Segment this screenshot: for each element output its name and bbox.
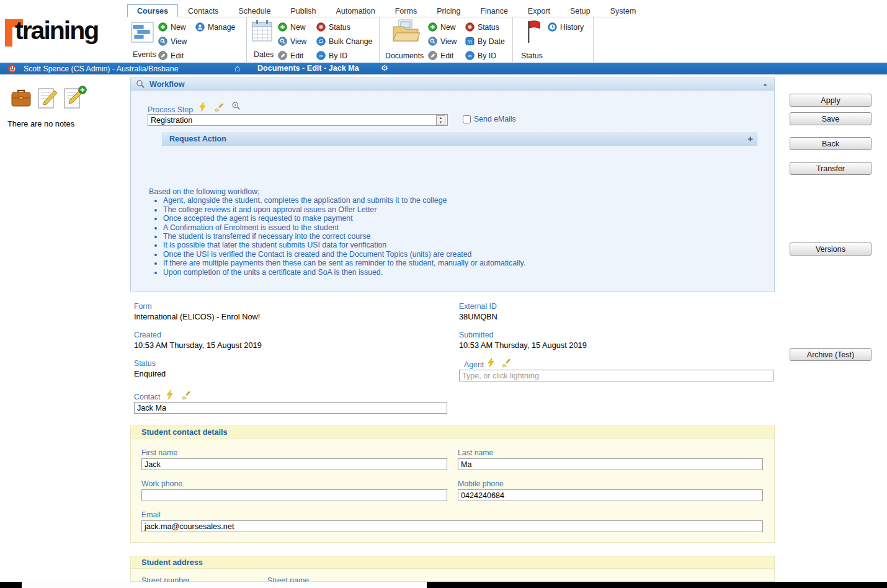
archive-test-button[interactable]: Archive (Test) xyxy=(790,348,871,361)
last-name-input[interactable] xyxy=(458,458,763,470)
magnifier-plus-icon[interactable] xyxy=(231,101,241,111)
apply-button[interactable]: Apply xyxy=(790,94,871,107)
tab-courses[interactable]: Courses xyxy=(127,4,178,17)
dates-status-button[interactable]: Status xyxy=(316,22,350,32)
external-id-value: 38UMQBN xyxy=(459,312,497,321)
tab-publish[interactable]: Publish xyxy=(281,4,326,17)
note-edit-icon[interactable] xyxy=(37,86,58,110)
tab-pricing[interactable]: Pricing xyxy=(427,4,470,17)
main-tabstrip: Courses Contacts Schedule Publish Automa… xyxy=(127,4,646,17)
svg-text:∞: ∞ xyxy=(319,53,323,59)
events-new-button[interactable]: New xyxy=(158,22,186,32)
id-icon: ∞ xyxy=(465,51,475,60)
versions-button[interactable]: Versions xyxy=(790,243,871,256)
email-input[interactable] xyxy=(141,520,763,532)
documents-by-id-button[interactable]: ∞ By ID xyxy=(465,50,496,61)
documents-edit-button[interactable]: Edit xyxy=(428,50,453,61)
tab-export[interactable]: Export xyxy=(518,4,560,17)
documents-status-label: Status xyxy=(478,23,499,32)
refresh-icon xyxy=(316,37,326,46)
lightning-icon[interactable] xyxy=(199,102,206,112)
work-phone-label: Work phone xyxy=(141,479,182,488)
submitted-label: Submitted xyxy=(459,331,493,339)
workflow-bullet: A Confirmation of Enrolment is issued to… xyxy=(163,223,760,232)
lightning-icon[interactable] xyxy=(166,390,173,399)
dates-bulk-change-button[interactable]: Bulk Change xyxy=(316,36,372,47)
documents-view-button[interactable]: View xyxy=(428,36,457,47)
broom-icon[interactable] xyxy=(182,391,192,400)
events-view-button[interactable]: View xyxy=(158,36,187,47)
calendar-31-icon: 31 xyxy=(465,37,475,46)
documents-by-date-label: By Date xyxy=(478,37,505,46)
back-button[interactable]: Back xyxy=(790,137,871,150)
workflow-description: Based on the following workflow; Agent, … xyxy=(149,187,760,277)
dates-status-label: Status xyxy=(329,23,350,32)
tab-setup[interactable]: Setup xyxy=(560,4,600,17)
status-history-label: History xyxy=(560,23,584,32)
request-action-bar: Request Action + xyxy=(162,132,757,146)
documents-status-button[interactable]: Status xyxy=(465,22,499,32)
contact-input[interactable] xyxy=(134,402,447,414)
workflow-intro: Based on the following workflow; xyxy=(149,187,760,196)
dates-new-button[interactable]: New xyxy=(278,22,306,32)
tab-contacts[interactable]: Contacts xyxy=(178,4,228,17)
notes-empty-text: There are no notes xyxy=(7,119,74,128)
note-add-icon[interactable] xyxy=(63,85,87,110)
briefcase-icon[interactable] xyxy=(10,87,32,109)
process-step-spinner[interactable]: ▲▼ xyxy=(436,115,445,125)
documents-edit-label: Edit xyxy=(440,51,453,60)
app-window: training Courses Contacts Schedule Publi… xyxy=(0,0,887,588)
dates-view-button[interactable]: View xyxy=(278,36,306,47)
send-emails-checkbox[interactable] xyxy=(463,115,471,123)
edit-icon xyxy=(158,51,167,60)
workflow-bullet: Upon completion of the units a certifica… xyxy=(163,268,760,277)
broom-icon[interactable] xyxy=(502,359,512,368)
tab-automation[interactable]: Automation xyxy=(326,4,385,17)
gear-icon[interactable]: ⚙ xyxy=(381,63,388,73)
agent-input[interactable] xyxy=(459,370,773,381)
save-button[interactable]: Save xyxy=(790,112,871,125)
request-action-title: Request Action xyxy=(169,135,226,143)
broom-icon[interactable] xyxy=(215,104,225,112)
work-phone-input[interactable] xyxy=(141,489,447,501)
documents-new-button[interactable]: New xyxy=(428,22,456,32)
svg-text:31: 31 xyxy=(467,39,472,45)
agent-label: Agent xyxy=(464,360,484,369)
tab-forms[interactable]: Forms xyxy=(385,4,427,17)
tab-system[interactable]: System xyxy=(600,4,646,17)
mobile-phone-input[interactable] xyxy=(458,489,763,501)
documents-by-date-button[interactable]: 31 By Date xyxy=(465,36,505,47)
workflow-panel-header: Workflow - xyxy=(131,78,774,91)
ribbon-group-label-documents: Documents xyxy=(385,51,424,60)
tab-schedule[interactable]: Schedule xyxy=(228,4,280,17)
dates-edit-label: Edit xyxy=(290,51,303,60)
ribbon-group-events: Events New Manage View Edit xyxy=(127,17,247,62)
events-edit-label: Edit xyxy=(171,51,184,60)
svg-text:∞: ∞ xyxy=(468,53,471,59)
first-name-input[interactable] xyxy=(141,458,447,470)
workflow-bullet: The student is transferred if necessary … xyxy=(163,232,760,241)
ribbon-group-dates: Dates New View Edit Status Bulk Change ∞… xyxy=(247,17,380,62)
home-icon[interactable]: ⌂ xyxy=(234,63,240,73)
events-manage-button[interactable]: Manage xyxy=(195,22,235,32)
dates-edit-button[interactable]: Edit xyxy=(278,50,303,61)
status-value: Enquired xyxy=(134,369,166,378)
expand-section-button[interactable]: + xyxy=(747,132,753,146)
lightning-icon[interactable] xyxy=(488,358,494,367)
ribbon-group-label-status: Status xyxy=(521,51,543,60)
logout-power-icon[interactable] xyxy=(8,65,16,73)
status-label: Status xyxy=(134,359,156,368)
new-icon xyxy=(428,22,437,32)
status-history-button[interactable]: History xyxy=(548,22,584,32)
send-emails-label: Send eMails xyxy=(474,115,516,123)
process-step-input[interactable] xyxy=(148,114,448,126)
transfer-button[interactable]: Transfer xyxy=(790,162,871,175)
dates-by-id-button[interactable]: ∞ By ID xyxy=(316,50,347,61)
flag-icon xyxy=(524,20,542,45)
workflow-bullet: Once the USI is verified the Contact is … xyxy=(163,250,760,259)
documents-by-id-label: By ID xyxy=(478,51,496,60)
collapse-section-button[interactable]: - xyxy=(764,78,767,91)
events-edit-button[interactable]: Edit xyxy=(158,50,184,61)
tab-finance[interactable]: Finance xyxy=(470,4,517,17)
dates-new-label: New xyxy=(290,23,306,32)
